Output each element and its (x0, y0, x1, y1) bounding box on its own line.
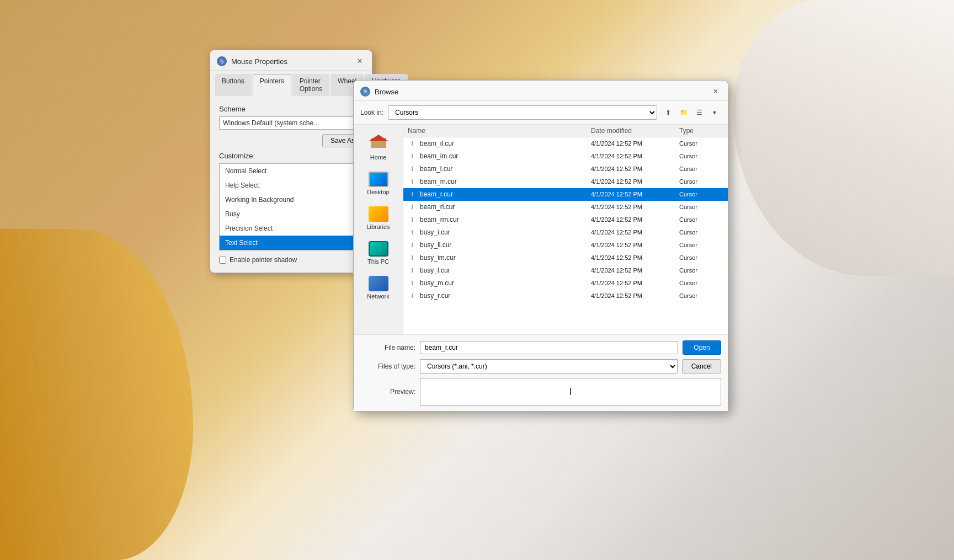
sidebar-item-libraries[interactable]: Libraries (356, 202, 401, 234)
file-icon: I (408, 177, 417, 186)
files-of-type-select[interactable]: Cursors (*.ani, *.cur) (420, 359, 678, 374)
file-date: 4/1/2024 12:52 PM (591, 216, 679, 223)
file-row[interactable]: Ibeam_m.cur4/1/2024 12:52 PMCursor (403, 175, 728, 188)
files-of-type-label: Files of type: (360, 362, 415, 370)
browse-close-btn[interactable]: × (710, 86, 721, 97)
file-date: 4/1/2024 12:52 PM (591, 191, 679, 198)
file-icon: I (408, 152, 417, 161)
sidebar-item-network[interactable]: Network (356, 271, 401, 304)
enable-shadow-checkbox[interactable] (219, 257, 226, 264)
sidebar-item-desktop[interactable]: Desktop (356, 167, 401, 200)
file-row[interactable]: Ibusy_i.cur4/1/2024 12:52 PMCursor (403, 226, 728, 239)
col-type-header[interactable]: Type (679, 127, 723, 135)
file-type: Cursor (679, 292, 723, 299)
file-date: 4/1/2024 12:52 PM (591, 280, 679, 286)
file-type-row: Files of type: Cursors (*.ani, *.cur) Ca… (360, 359, 721, 374)
home-icon (369, 135, 388, 152)
toolbar-icons: ⬆ 📁 ☰ ▾ (662, 106, 721, 119)
file-icon: I (408, 139, 417, 148)
file-row[interactable]: Ibusy_l.cur4/1/2024 12:52 PMCursor (403, 264, 728, 277)
file-row[interactable]: Ibeam_il.cur4/1/2024 12:52 PMCursor (403, 137, 728, 150)
browse-titlebar: 🖱 Browse × (354, 81, 728, 101)
cursor-item-normal-select[interactable]: Normal Select (220, 164, 363, 178)
col-name-header[interactable]: Name (408, 127, 591, 135)
sidebar-item-thispc-label: This PC (367, 258, 389, 265)
file-name-label: File name: (360, 344, 415, 351)
file-type: Cursor (679, 140, 723, 147)
enable-shadow-label: Enable pointer shadow (219, 256, 363, 264)
file-type: Cursor (679, 153, 723, 159)
file-name: busy_i.cur (420, 228, 591, 236)
file-row[interactable]: Ibeam_rl.cur4/1/2024 12:52 PMCursor (403, 201, 728, 214)
file-row[interactable]: Ibeam_rm.cur4/1/2024 12:52 PMCursor (403, 214, 728, 226)
mouse-properties-tabs: Buttons Pointers Pointer Options Wheel H… (210, 71, 372, 96)
toolbar-newfolder-btn[interactable]: 📁 (677, 106, 690, 119)
scheme-input[interactable] (219, 116, 363, 130)
file-icon: I (408, 241, 417, 249)
file-list: Ibeam_il.cur4/1/2024 12:52 PMCursorIbeam… (403, 137, 728, 334)
customize-label: Customize: (219, 147, 363, 160)
file-list-header: Name Date modified Type (403, 125, 728, 137)
file-row[interactable]: Ibusy_m.cur4/1/2024 12:52 PMCursor (403, 277, 728, 290)
file-row[interactable]: Ibeam_im.cur4/1/2024 12:52 PMCursor (403, 150, 728, 163)
file-type: Cursor (679, 242, 723, 248)
preview-cursor: I (569, 386, 572, 398)
file-name: busy_r.cur (420, 292, 591, 300)
file-type: Cursor (679, 229, 723, 236)
file-row[interactable]: Ibusy_il.cur4/1/2024 12:52 PMCursor (403, 239, 728, 252)
cursor-item-precision-select[interactable]: Precision Select (220, 221, 363, 236)
file-name-input[interactable] (420, 341, 678, 354)
sidebar-item-home-label: Home (370, 154, 386, 161)
titlebar-left: 🖱 Mouse Properties (217, 56, 287, 66)
cursor-item-help-select[interactable]: Help Select (220, 178, 363, 193)
browse-bottom: File name: Open Files of type: Cursors (… (354, 334, 728, 411)
open-button[interactable]: Open (683, 340, 721, 355)
file-icon: I (408, 266, 417, 275)
file-name: beam_il.cur (420, 140, 591, 147)
sidebar-item-home[interactable]: Home (356, 130, 401, 165)
cursor-item-working-bg[interactable]: Working In Background (220, 193, 363, 207)
toolbar-view-btn[interactable]: ☰ (692, 106, 706, 119)
file-date: 4/1/2024 12:52 PM (591, 292, 679, 299)
file-icon: I (408, 253, 417, 262)
file-row[interactable]: Ibusy_im.cur4/1/2024 12:52 PMCursor (403, 252, 728, 264)
mouse-properties-titlebar: 🖱 Mouse Properties × (210, 50, 372, 71)
file-date: 4/1/2024 12:52 PM (591, 140, 679, 147)
tab-pointers[interactable]: Pointers (253, 74, 291, 96)
file-icon: I (408, 202, 417, 211)
file-name: beam_r.cur (420, 190, 591, 198)
file-name: busy_il.cur (420, 241, 591, 249)
sidebar-item-thispc[interactable]: This PC (356, 237, 401, 269)
thispc-icon (369, 241, 388, 257)
file-type: Cursor (679, 267, 723, 274)
tab-pointer-options[interactable]: Pointer Options (292, 74, 329, 96)
tab-buttons[interactable]: Buttons (215, 74, 252, 96)
browse-window: 🖱 Browse × Look in: Cursors ⬆ 📁 ☰ ▾ Home… (353, 80, 728, 412)
file-row[interactable]: Ibusy_r.cur4/1/2024 12:52 PMCursor (403, 290, 728, 302)
toolbar-back-btn[interactable]: ⬆ (662, 106, 675, 119)
file-type: Cursor (679, 178, 723, 185)
file-date: 4/1/2024 12:52 PM (591, 166, 679, 172)
file-type: Cursor (679, 254, 723, 261)
file-type: Cursor (679, 216, 723, 223)
libraries-icon (369, 206, 388, 222)
col-date-header[interactable]: Date modified (591, 127, 679, 135)
file-name: busy_im.cur (420, 254, 591, 262)
look-in-select[interactable]: Cursors (388, 105, 657, 120)
cancel-button[interactable]: Cancel (682, 359, 721, 374)
mouse-properties-close-btn[interactable]: × (354, 56, 365, 67)
toolbar-menu-btn[interactable]: ▾ (708, 106, 721, 119)
mouse-properties-window: 🖱 Mouse Properties × Buttons Pointers Po… (210, 50, 372, 273)
cursor-item-text-select[interactable]: Text Select (220, 236, 363, 250)
preview-label: Preview: (360, 388, 415, 396)
file-date: 4/1/2024 12:52 PM (591, 267, 679, 274)
browse-toolbar: Look in: Cursors ⬆ 📁 ☰ ▾ (354, 101, 728, 125)
file-name: beam_rl.cur (420, 203, 591, 211)
file-icon: I (408, 291, 417, 300)
mouse-properties-title: Mouse Properties (231, 57, 287, 66)
cursor-item-busy[interactable]: Busy (220, 207, 363, 221)
cursor-list: Normal Select Help Select Working In Bac… (219, 163, 363, 250)
file-name: beam_im.cur (420, 152, 591, 160)
file-row[interactable]: Ibeam_l.cur4/1/2024 12:52 PMCursor (403, 163, 728, 175)
file-row[interactable]: Ibeam_r.cur4/1/2024 12:52 PMCursor (403, 188, 728, 201)
